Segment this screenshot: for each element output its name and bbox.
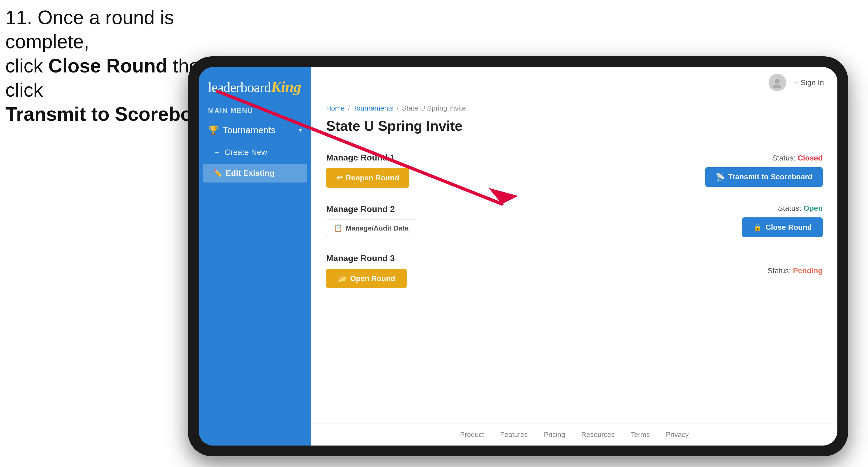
sign-in-icon: → (791, 79, 799, 87)
round-2-status: Status: Open (778, 204, 823, 213)
close-icon: 🔒 (753, 223, 762, 231)
manage-audit-data-button[interactable]: 📋 Manage/Audit Data (326, 220, 416, 237)
footer: Product Features Pricing Resources Terms… (311, 424, 837, 445)
round-1-title: Manage Round 1 (326, 153, 409, 163)
app-layout: leaderboardKing MAIN MENU 🏆 Tournaments … (198, 67, 837, 445)
round-1-right: Status: Closed 📡 Transmit to Scoreboard (705, 154, 823, 187)
close-round-button[interactable]: 🔒 Close Round (742, 217, 823, 237)
edit-icon: ✏️ (213, 169, 222, 178)
footer-privacy[interactable]: Privacy (666, 431, 689, 439)
round-3-status-value: Pending (793, 267, 823, 275)
reopen-round-button[interactable]: ↩ Reopen Round (326, 168, 409, 188)
top-bar: → Sign In (311, 67, 837, 98)
footer-resources[interactable]: Resources (581, 431, 615, 439)
page-title: State U Spring Invite (326, 118, 823, 134)
open-round-label: Open Round (350, 274, 395, 283)
breadcrumb-current: State U Spring Invite (402, 104, 466, 113)
chevron-down-icon: ▾ (299, 126, 302, 134)
logo-king: King (271, 78, 301, 96)
round-3-left: Manage Round 3 📂 Open Round (326, 253, 407, 288)
reopen-icon: ↩ (336, 174, 342, 182)
sidebar-item-tournaments[interactable]: 🏆 Tournaments ▾ (203, 119, 307, 141)
sign-in-label: Sign In (801, 79, 824, 87)
sidebar-create-new-label: Create New (225, 148, 267, 157)
main-content: → Sign In Home / Tournaments / State U S… (311, 67, 837, 445)
round-2-right: Status: Open 🔒 Close Round (742, 204, 823, 237)
close-round-label: Close Round (766, 223, 812, 231)
plus-icon: ＋ (213, 147, 221, 157)
round-2-left: Manage Round 2 📋 Manage/Audit Data (326, 204, 416, 237)
round-1-left: Manage Round 1 ↩ Reopen Round (326, 153, 409, 188)
open-round-button[interactable]: 📂 Open Round (326, 269, 407, 288)
footer-pricing[interactable]: Pricing (544, 431, 565, 439)
instruction-bold1: Close Round (48, 55, 167, 76)
round-2-title: Manage Round 2 (326, 204, 416, 214)
sidebar-item-create-new[interactable]: ＋ Create New (203, 142, 307, 162)
breadcrumb-sep2: / (397, 104, 399, 113)
sign-in-button[interactable]: → Sign In (791, 79, 824, 87)
main-menu-label: MAIN MENU (198, 104, 311, 119)
transmit-to-scoreboard-button[interactable]: 📡 Transmit to Scoreboard (705, 167, 823, 187)
round-1-status: Status: Closed (772, 154, 823, 162)
round-3-title: Manage Round 3 (326, 253, 407, 263)
transmit-to-scoreboard-label: Transmit to Scoreboard (728, 173, 812, 181)
footer-features[interactable]: Features (500, 431, 528, 439)
round-1-status-value: Closed (798, 154, 823, 162)
sidebar-edit-existing-label: Edit Existing (226, 168, 275, 178)
breadcrumb-sep1: / (348, 104, 350, 113)
breadcrumb: Home / Tournaments / State U Spring Invi… (311, 98, 837, 115)
tablet-screen: leaderboardKing MAIN MENU 🏆 Tournaments … (198, 67, 837, 445)
tablet-device: leaderboardKing MAIN MENU 🏆 Tournaments … (188, 56, 848, 456)
sidebar-tournaments-label: Tournaments (223, 125, 276, 135)
round-2-section: Manage Round 2 📋 Manage/Audit Data Statu… (326, 196, 823, 245)
breadcrumb-tournaments[interactable]: Tournaments (353, 104, 394, 113)
sidebar-nav: 🏆 Tournaments ▾ ＋ Create New ✏️ Edit Exi… (198, 119, 311, 183)
open-icon: 📂 (338, 274, 347, 283)
reopen-round-label: Reopen Round (346, 174, 399, 182)
footer-product[interactable]: Product (460, 431, 484, 439)
instruction-line2: click (5, 55, 48, 76)
instruction-line1: 11. Once a round is complete, (5, 7, 174, 52)
audit-icon: 📋 (334, 224, 342, 232)
breadcrumb-home[interactable]: Home (326, 104, 345, 113)
transmit-icon: 📡 (716, 173, 725, 181)
sidebar-item-edit-existing[interactable]: ✏️ Edit Existing (203, 164, 307, 183)
logo-leaderboard: leaderboardKing (208, 80, 301, 95)
svg-point-2 (775, 79, 780, 84)
round-2-status-value: Open (803, 204, 823, 212)
round-3-status: Status: Pending (768, 267, 823, 275)
trophy-icon: 🏆 (208, 125, 219, 135)
svg-point-3 (773, 85, 781, 88)
page-content: State U Spring Invite Manage Round 1 ↩ R… (311, 115, 837, 424)
sidebar-logo: leaderboardKing (198, 67, 311, 104)
footer-terms[interactable]: Terms (631, 431, 650, 439)
manage-audit-label: Manage/Audit Data (346, 224, 408, 232)
round-3-section: Manage Round 3 📂 Open Round Status: Pend… (326, 245, 823, 296)
sidebar: leaderboardKing MAIN MENU 🏆 Tournaments … (198, 67, 311, 445)
round-3-right: Status: Pending (768, 267, 823, 275)
user-avatar (769, 74, 786, 91)
round-1-section: Manage Round 1 ↩ Reopen Round Status: Cl… (326, 145, 823, 196)
